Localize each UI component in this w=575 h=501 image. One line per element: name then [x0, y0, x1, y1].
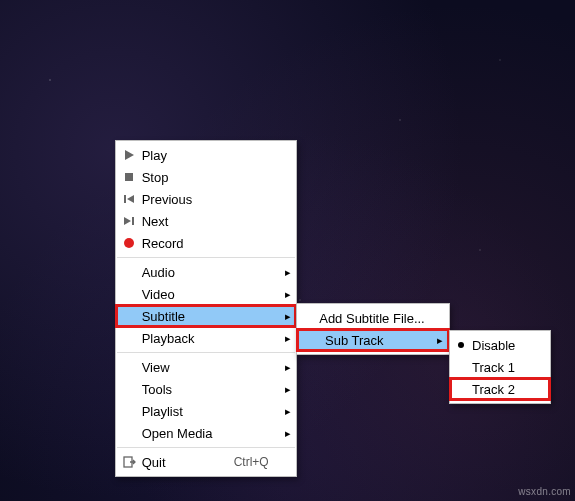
svg-rect-5: [132, 217, 134, 225]
menu-item-shortcut: Ctrl+Q: [234, 455, 280, 469]
submenu-arrow-icon: ▸: [280, 266, 297, 279]
submenu-arrow-icon: ▸: [280, 310, 297, 323]
context-menu-subtitle: Add Subtitle File... Sub Track ▸: [296, 303, 450, 355]
submenu-arrow-icon: ▸: [431, 334, 449, 347]
menu-item-add-subtitle-file[interactable]: Add Subtitle File...: [297, 307, 449, 329]
menu-item-label: Tools: [142, 382, 234, 397]
svg-point-6: [124, 238, 134, 248]
menu-item-label: Audio: [142, 265, 234, 280]
menu-separator: [117, 257, 295, 258]
submenu-arrow-icon: ▸: [280, 332, 297, 345]
menu-item-play[interactable]: Play: [116, 144, 296, 166]
menu-item-label: Record: [142, 236, 234, 251]
menu-item-subtitle[interactable]: Subtitle ▸: [116, 305, 296, 327]
play-icon: [116, 148, 142, 162]
previous-icon: [116, 192, 142, 206]
menu-item-label: View: [142, 360, 234, 375]
menu-item-audio[interactable]: Audio ▸: [116, 261, 296, 283]
menu-item-stop[interactable]: Stop: [116, 166, 296, 188]
menu-separator: [117, 447, 295, 448]
menu-item-playback[interactable]: Playback ▸: [116, 327, 296, 349]
menu-item-label: Playlist: [142, 404, 234, 419]
submenu-arrow-icon: ▸: [280, 427, 297, 440]
submenu-arrow-icon: ▸: [280, 361, 297, 374]
menu-separator: [117, 352, 295, 353]
svg-marker-3: [127, 195, 134, 203]
svg-marker-4: [124, 217, 131, 225]
svg-marker-0: [125, 150, 134, 160]
record-icon: [116, 236, 142, 250]
menu-item-tools[interactable]: Tools ▸: [116, 378, 296, 400]
menu-item-view[interactable]: View ▸: [116, 356, 296, 378]
quit-icon: [116, 455, 142, 469]
menu-item-label: Track 1: [472, 360, 550, 375]
menu-item-previous[interactable]: Previous: [116, 188, 296, 210]
menu-item-label: Add Subtitle File...: [319, 311, 435, 326]
watermark-text: wsxdn.com: [518, 486, 571, 497]
menu-item-video[interactable]: Video ▸: [116, 283, 296, 305]
context-menu-subtrack: Disable Track 1 Track 2: [449, 330, 551, 404]
svg-rect-2: [124, 195, 126, 203]
menu-item-label: Playback: [142, 331, 234, 346]
menu-item-track-2[interactable]: Track 2: [450, 378, 550, 400]
menu-item-track-1[interactable]: Track 1: [450, 356, 550, 378]
menu-item-open-media[interactable]: Open Media ▸: [116, 422, 296, 444]
menu-item-record[interactable]: Record: [116, 232, 296, 254]
menu-item-disable-subtitles[interactable]: Disable: [450, 334, 550, 356]
menu-item-label: Stop: [142, 170, 234, 185]
menu-item-label: Disable: [472, 338, 550, 353]
menu-item-label: Subtitle: [142, 309, 234, 324]
menu-item-sub-track[interactable]: Sub Track ▸: [297, 329, 449, 351]
menu-item-playlist[interactable]: Playlist ▸: [116, 400, 296, 422]
submenu-arrow-icon: ▸: [280, 405, 297, 418]
menu-item-label: Sub Track: [325, 333, 431, 348]
menu-item-label: Open Media: [142, 426, 234, 441]
menu-item-label: Play: [142, 148, 234, 163]
menu-item-label: Video: [142, 287, 234, 302]
menu-item-next[interactable]: Next: [116, 210, 296, 232]
menu-item-quit[interactable]: Quit Ctrl+Q: [116, 451, 296, 473]
context-menu-main: Play Stop Previous Next Record: [115, 140, 297, 477]
menu-item-label: Next: [142, 214, 234, 229]
menu-item-label: Previous: [142, 192, 234, 207]
menu-item-label: Track 2: [472, 382, 550, 397]
next-icon: [116, 214, 142, 228]
menu-item-label: Quit: [142, 455, 234, 470]
svg-rect-1: [125, 173, 133, 181]
stop-icon: [116, 170, 142, 184]
radio-selected-icon: [450, 342, 472, 348]
submenu-arrow-icon: ▸: [280, 383, 297, 396]
submenu-arrow-icon: ▸: [280, 288, 297, 301]
